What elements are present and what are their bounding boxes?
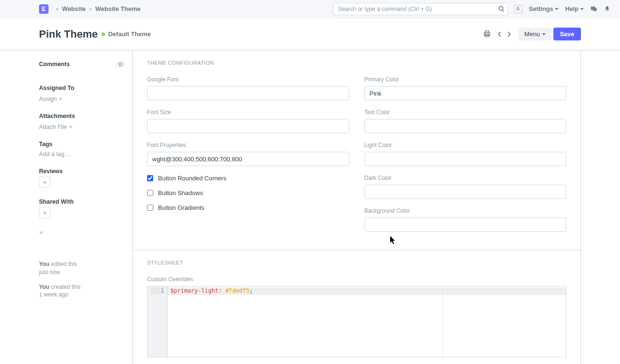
line-number: 1 [150,287,164,294]
add-share-button[interactable]: + [39,207,50,218]
menu-label: Menu [524,30,540,38]
assigned-heading: Assigned To [39,85,125,91]
settings-label: Settings [529,5,553,12]
dark-color-label: Dark Color [364,175,567,181]
assign-link[interactable]: Assign + [39,96,62,102]
plus-icon: + [69,124,72,130]
code-gutter: 1 [148,286,167,357]
font-size-label: Font Size [147,109,349,116]
search-input[interactable] [333,3,508,15]
code-area[interactable]: $primary-light: #fdedf5; [167,286,566,357]
attach-label: Attach File [39,124,67,130]
app-logo[interactable]: E [39,4,49,14]
comments-heading[interactable]: Comments [39,61,70,68]
avatar[interactable]: A [514,5,522,13]
add-review-button[interactable]: + [39,177,50,188]
svg-line-1 [502,10,503,11]
page-title: Pink Theme [39,28,98,40]
google-font-input[interactable] [147,86,349,100]
code-ruler [443,286,443,357]
add-tag-input[interactable]: Add a tag ... [39,151,71,157]
code-semicolon: ; [249,287,253,294]
button-rounded-label: Button Rounded Corners [158,175,226,182]
text-color-input[interactable] [364,119,567,133]
heart-icon[interactable]: ♥ [39,229,125,236]
chevron-right-icon: › [89,5,91,12]
button-gradients-label: Button Gradients [158,204,205,211]
page-header: Pink Theme Default Theme Menu Save [0,18,620,50]
bell-icon[interactable] [604,6,610,12]
assign-label: Assign [39,96,57,102]
nav-right: A Settings Help [514,5,610,13]
breadcrumb-link-website[interactable]: Website [62,5,86,12]
section-stylesheet: STYLESHEET [147,260,566,266]
attach-file-link[interactable]: Attach File + [39,124,72,130]
primary-color-input[interactable] [364,86,567,100]
reviews-heading: Reviews [39,168,125,175]
light-color-input[interactable] [364,152,567,166]
font-properties-label: Font Properties [147,142,349,148]
code-variable: $primary-light [170,287,218,294]
edit-meta-text: edited this [49,261,77,267]
tags-heading: Tags [39,141,125,148]
settings-link[interactable]: Settings [529,5,559,12]
shared-heading: Shared With [39,198,125,205]
background-color-label: Background Color [364,207,567,214]
chevron-right-icon: › [56,5,58,12]
help-link[interactable]: Help [565,5,584,12]
sidebar: Comments 0 Assigned To Assign + Attachme… [39,50,132,364]
edit-meta-who: You [39,261,49,267]
button-rounded-checkbox-row[interactable]: Button Rounded Corners [147,175,349,182]
page-actions: Menu Save [481,28,581,40]
plus-icon: + [59,96,62,102]
text-color-label: Text Color [364,109,567,116]
create-meta: You created this 1 week ago [39,283,125,299]
attachments-heading: Attachments [39,113,125,119]
search-wrap [333,3,508,15]
button-rounded-checkbox[interactable] [147,175,153,181]
font-properties-input[interactable] [147,152,349,166]
print-icon[interactable] [481,28,493,40]
status-label: Default Theme [108,30,151,38]
status-dot-icon [101,32,105,36]
chevron-down-icon [555,8,559,10]
create-meta-text: created this [49,284,80,290]
help-label: Help [565,5,579,12]
code-value: #fdedf5 [226,287,250,294]
breadcrumb-link-website-theme[interactable]: Website Theme [95,5,140,12]
button-shadows-checkbox[interactable] [147,190,153,196]
next-icon[interactable] [504,28,514,40]
custom-overrides-label: Custom Overrides [147,276,566,283]
prev-icon[interactable] [495,28,504,40]
chevron-down-icon [580,8,584,10]
comments-count: 0 [116,61,125,68]
edit-meta: You edited this just now [39,260,125,276]
search-icon[interactable] [498,6,504,12]
background-color-input[interactable] [364,217,567,232]
chevron-down-icon [542,33,546,35]
navbar: E › Website › Website Theme A Settings H… [0,0,620,18]
code-editor[interactable]: 1 $primary-light: #fdedf5; [147,286,566,357]
svg-point-0 [499,6,502,10]
breadcrumb: › Website › Website Theme [52,5,140,12]
font-size-input[interactable] [147,119,349,133]
dark-color-input[interactable] [364,185,567,199]
light-color-label: Light Color [364,142,567,148]
button-shadows-checkbox-row[interactable]: Button Shadows [147,189,349,197]
button-shadows-label: Button Shadows [158,189,203,197]
section-theme-config: THEME CONFIGURATION [147,60,566,66]
button-gradients-checkbox-row[interactable]: Button Gradients [147,204,349,211]
code-colon: : [218,287,222,294]
create-meta-when: 1 week ago [39,291,68,298]
button-gradients-checkbox[interactable] [147,205,153,211]
save-button[interactable]: Save [553,28,581,40]
create-meta-who: You [39,284,49,290]
form-area: THEME CONFIGURATION Google Font Font Siz… [132,50,581,364]
chat-icon[interactable] [590,6,597,12]
edit-meta-when: just now [39,269,60,275]
primary-color-label: Primary Color [364,76,567,83]
menu-button[interactable]: Menu [519,28,551,40]
google-font-label: Google Font [147,76,349,83]
